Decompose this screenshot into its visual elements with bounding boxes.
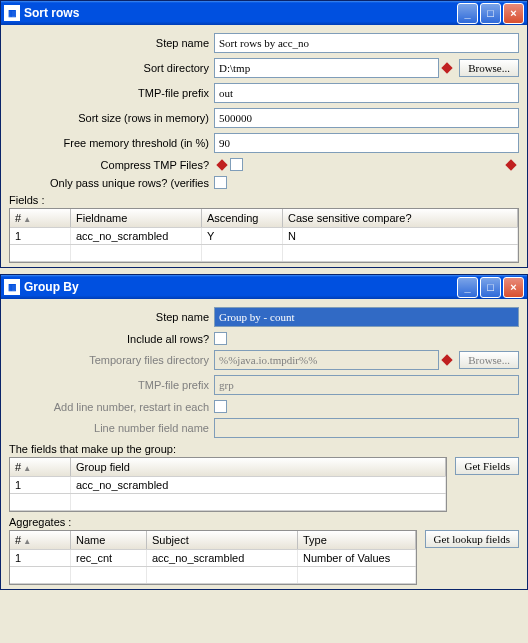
free-mem-label: Free memory threshold (in %)	[9, 137, 214, 149]
svg-rect-2	[505, 159, 516, 170]
step-name-label: Step name	[9, 311, 214, 323]
prefix-label: TMP-file prefix	[9, 379, 214, 391]
step-name-label: Step name	[9, 37, 214, 49]
tmp-dir-input	[214, 350, 439, 370]
browse-button: Browse...	[459, 351, 519, 369]
group-fields-label: The fields that make up the group:	[9, 443, 519, 455]
maximize-button[interactable]: □	[480, 277, 501, 298]
prefix-label: TMP-file prefix	[9, 87, 214, 99]
prefix-input[interactable]	[214, 83, 519, 103]
grid-header: #▲ Fieldname Ascending Case sensitive co…	[10, 209, 518, 228]
group-by-window: ▦ Group By _ □ × Step name Include all r…	[0, 274, 528, 590]
var-icon[interactable]	[441, 62, 453, 74]
get-fields-button[interactable]: Get Fields	[455, 457, 519, 475]
var-icon[interactable]	[216, 159, 228, 171]
line-field-label: Line number field name	[9, 422, 214, 434]
window-title: Group By	[24, 280, 455, 294]
sort-dir-label: Sort directory	[9, 62, 214, 74]
sort-size-input[interactable]	[214, 108, 519, 128]
compress-label: Compress TMP Files?	[9, 159, 214, 171]
app-icon: ▦	[4, 5, 20, 21]
svg-rect-0	[441, 62, 452, 73]
titlebar[interactable]: ▦ Sort rows _ □ ×	[1, 1, 527, 25]
add-line-checkbox[interactable]	[214, 400, 227, 413]
app-icon: ▦	[4, 279, 20, 295]
sort-asc-icon: ▲	[23, 464, 31, 473]
sort-asc-icon: ▲	[23, 537, 31, 546]
compress-checkbox[interactable]	[230, 158, 243, 171]
titlebar[interactable]: ▦ Group By _ □ ×	[1, 275, 527, 299]
group-fields-grid[interactable]: #▲ Group field 1 acc_no_scrambled	[9, 457, 447, 512]
table-row[interactable]: 1 acc_no_scrambled Y N	[10, 228, 518, 245]
sort-rows-window: ▦ Sort rows _ □ × Step name Sort directo…	[0, 0, 528, 268]
table-row[interactable]	[10, 245, 518, 262]
maximize-button[interactable]: □	[480, 3, 501, 24]
sort-asc-icon: ▲	[23, 215, 31, 224]
fields-section-label: Fields :	[9, 194, 519, 206]
minimize-button[interactable]: _	[457, 3, 478, 24]
browse-button[interactable]: Browse...	[459, 59, 519, 77]
var-icon[interactable]	[441, 354, 453, 366]
svg-rect-3	[441, 354, 452, 365]
table-row[interactable]	[10, 567, 416, 584]
fields-grid[interactable]: #▲ Fieldname Ascending Case sensitive co…	[9, 208, 519, 263]
aggregates-grid[interactable]: #▲ Name Subject Type 1 rec_cnt acc_no_sc…	[9, 530, 417, 585]
include-all-label: Include all rows?	[9, 333, 214, 345]
add-line-label: Add line number, restart in each	[9, 401, 214, 413]
table-row[interactable]	[10, 494, 446, 511]
unique-label: Only pass unique rows? (verifies	[9, 177, 214, 189]
step-name-input[interactable]	[214, 307, 519, 327]
aggregates-label: Aggregates :	[9, 516, 519, 528]
var-icon[interactable]	[505, 159, 517, 171]
sort-dir-input[interactable]	[214, 58, 439, 78]
close-button[interactable]: ×	[503, 3, 524, 24]
unique-checkbox[interactable]	[214, 176, 227, 189]
grid-header: #▲ Name Subject Type	[10, 531, 416, 550]
sort-size-label: Sort size (rows in memory)	[9, 112, 214, 124]
step-name-input[interactable]	[214, 33, 519, 53]
table-row[interactable]: 1 rec_cnt acc_no_scrambled Number of Val…	[10, 550, 416, 567]
line-field-input	[214, 418, 519, 438]
free-mem-input[interactable]	[214, 133, 519, 153]
table-row[interactable]: 1 acc_no_scrambled	[10, 477, 446, 494]
get-lookup-fields-button[interactable]: Get lookup fields	[425, 530, 519, 548]
tmp-dir-label: Temporary files directory	[9, 354, 214, 366]
svg-rect-1	[216, 159, 227, 170]
minimize-button[interactable]: _	[457, 277, 478, 298]
close-button[interactable]: ×	[503, 277, 524, 298]
window-title: Sort rows	[24, 6, 455, 20]
include-all-checkbox[interactable]	[214, 332, 227, 345]
prefix-input	[214, 375, 519, 395]
grid-header: #▲ Group field	[10, 458, 446, 477]
